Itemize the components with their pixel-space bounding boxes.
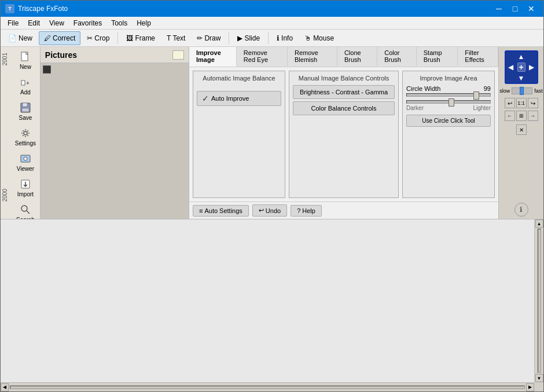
subtab-stamp-brush[interactable]: Stamp Brush xyxy=(417,47,458,67)
auto-balance-title: Automatic Image Balance xyxy=(197,75,281,82)
title-bar: T Triscape FxFoto ─ □ ✕ xyxy=(1,1,543,17)
nav-down-left[interactable] xyxy=(506,73,516,83)
darker-lighter-thumb[interactable] xyxy=(449,98,454,107)
draw-icon: ✏ xyxy=(197,34,203,42)
draw-button[interactable]: ✏ Draw xyxy=(192,31,226,45)
correct-panel: Improve Image Remove Red Eye Remove Blem… xyxy=(189,47,498,219)
undo-icon: ↩ xyxy=(259,207,264,214)
bottom-buttons: ≡ Auto Settings ↩ Undo ? Help xyxy=(189,202,498,219)
settings-sidebar-icon xyxy=(20,127,31,139)
frame-button[interactable]: 🖼 Frame xyxy=(121,31,160,45)
subtab-filter-effects[interactable]: Filter Effects xyxy=(458,47,498,67)
subtab-color-brush[interactable]: Color Brush xyxy=(377,47,417,67)
speed-slider[interactable] xyxy=(512,87,532,94)
menu-file[interactable]: File xyxy=(3,18,23,28)
left-expand-button[interactable]: ← xyxy=(505,111,515,121)
darker-lighter-track xyxy=(406,100,491,104)
svg-rect-4 xyxy=(23,103,27,107)
nav-center[interactable]: + xyxy=(517,63,525,72)
slide-button[interactable]: ▶ Slide xyxy=(232,31,265,45)
scroll-down-button[interactable]: ▼ xyxy=(535,374,543,382)
svg-point-10 xyxy=(21,206,27,211)
menu-help[interactable]: Help xyxy=(132,18,156,28)
mouse-icon: 🖱 xyxy=(304,34,311,42)
redo-nav-button[interactable]: ↪ xyxy=(528,98,538,108)
import-sidebar-icon xyxy=(20,178,31,190)
nav-left[interactable]: ◀ xyxy=(506,61,516,73)
sidebar-new-btn[interactable]: New xyxy=(12,48,39,73)
subtab-remove-blemish[interactable]: Remove Blemish xyxy=(288,47,337,67)
color-balance-controls-button[interactable]: Color Balance Controls xyxy=(293,101,395,115)
subtab-improve-image[interactable]: Improve Image xyxy=(189,47,237,67)
sidebar-add-btn[interactable]: + Add xyxy=(12,74,39,98)
nav-action-row-2: ← ⊞ → xyxy=(505,111,538,121)
sidebar-viewer-btn[interactable]: Viewer xyxy=(12,150,39,175)
right-expand-button[interactable]: → xyxy=(528,111,538,121)
slide-icon: ▶ xyxy=(237,34,242,42)
nav-right[interactable]: ▶ xyxy=(527,61,537,73)
vertical-scroll-track[interactable] xyxy=(538,229,541,373)
horizontal-scroll-track[interactable] xyxy=(10,386,525,389)
app-title: Triscape FxFoto xyxy=(18,5,68,13)
nav-up[interactable]: ▲ xyxy=(516,52,527,61)
svg-text:+: + xyxy=(26,80,30,86)
menu-edit[interactable]: Edit xyxy=(23,18,45,28)
grid-button[interactable]: ⊞ xyxy=(516,111,527,121)
new-button[interactable]: 📄 New xyxy=(3,31,38,45)
menu-bar: File Edit View Favorites Tools Help xyxy=(1,17,543,30)
help-icon: ? xyxy=(297,207,300,214)
close-button[interactable]: ✕ xyxy=(524,3,539,14)
nav-up-right[interactable] xyxy=(527,52,537,61)
auto-improve-button[interactable]: ✓ Auto Improve xyxy=(197,91,281,106)
sidebar-add-label: Add xyxy=(20,89,31,96)
menu-tools[interactable]: Tools xyxy=(106,18,132,28)
subtab-remove-red-eye[interactable]: Remove Red Eye xyxy=(237,47,288,67)
pictures-header: Pictures xyxy=(41,47,189,63)
menu-view[interactable]: View xyxy=(45,18,69,28)
text-button[interactable]: T Text xyxy=(161,31,190,45)
mouse-button[interactable]: 🖱 Mouse xyxy=(299,31,339,45)
pictures-content xyxy=(41,63,189,219)
minimize-button[interactable]: ─ xyxy=(491,3,506,14)
close-nav-button[interactable]: ✕ xyxy=(516,124,527,135)
info-button[interactable]: ℹ Info xyxy=(271,31,298,45)
circle-width-thumb[interactable] xyxy=(473,91,479,100)
undo-button[interactable]: ↩ Undo xyxy=(252,204,287,217)
auto-balance-section: Automatic Image Balance ✓ Auto Improve xyxy=(193,71,285,198)
use-circle-tool-button[interactable]: Use Circle Click Tool xyxy=(406,115,491,127)
nav-down-right[interactable] xyxy=(527,73,537,83)
toolbar-separator-2 xyxy=(229,32,229,44)
title-bar-controls: ─ □ ✕ xyxy=(491,3,539,14)
crop-button[interactable]: ✂ Crop xyxy=(82,31,115,45)
scroll-left-button[interactable]: ◀ xyxy=(1,383,9,391)
menu-favorites[interactable]: Favorites xyxy=(69,18,106,28)
sidebar-save-label: Save xyxy=(19,115,32,121)
nav-panel: ▲ ◀ + ▶ ▼ slow xyxy=(498,47,543,219)
info-nav-button[interactable]: ℹ xyxy=(514,203,528,217)
brightness-contrast-gamma-button[interactable]: Brightness - Contrast - Gamma xyxy=(293,85,395,99)
picture-item[interactable] xyxy=(43,65,51,74)
list-icon: ≡ xyxy=(199,207,203,214)
sidebar-import-btn[interactable]: Import xyxy=(12,175,39,200)
speed-row: slow fast xyxy=(499,87,543,94)
nav-down[interactable]: ▼ xyxy=(516,73,527,83)
correct-body: Automatic Image Balance ✓ Auto Improve M… xyxy=(189,67,498,202)
auto-settings-button[interactable]: ≡ Auto Settings xyxy=(193,205,249,217)
nav-up-left[interactable] xyxy=(506,52,516,61)
viewer-sidebar-icon xyxy=(20,153,31,164)
one-to-one-button[interactable]: 1:1 xyxy=(516,98,527,108)
undo-nav-button[interactable]: ↩ xyxy=(505,98,515,108)
maximize-button[interactable]: □ xyxy=(508,3,523,14)
correct-button[interactable]: 🖊 Correct xyxy=(39,31,80,45)
sidebar-search-btn[interactable]: Search xyxy=(12,201,39,219)
sidebar-settings-btn[interactable]: Settings xyxy=(12,124,39,149)
sidebar-save-btn[interactable]: Save xyxy=(12,99,39,124)
help-button[interactable]: ? Help xyxy=(291,205,322,217)
search-sidebar-icon xyxy=(20,204,31,215)
svg-line-11 xyxy=(27,211,30,214)
nav-pad: ▲ ◀ + ▶ ▼ xyxy=(505,50,538,84)
scroll-right-button[interactable]: ▶ xyxy=(526,383,534,391)
subtab-clone-brush[interactable]: Clone Brush xyxy=(337,47,377,67)
circle-width-label: Circle Width xyxy=(406,85,440,92)
scroll-up-button[interactable]: ▲ xyxy=(535,219,543,228)
